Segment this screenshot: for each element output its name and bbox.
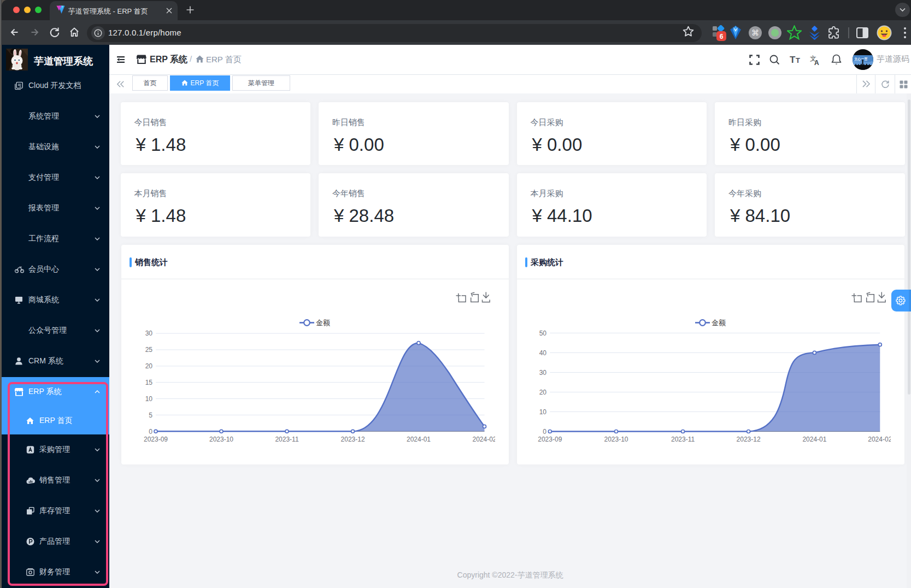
svg-text:2023-10: 2023-10 [209,436,233,443]
svg-text:2023-11: 2023-11 [671,436,695,443]
svg-text:金额: 金额 [712,319,726,327]
svg-text:T: T [796,56,800,64]
svg-text:0: 0 [543,428,546,436]
svg-text:0: 0 [149,428,152,436]
svg-text:30: 30 [539,369,547,377]
svg-text:5: 5 [149,411,152,419]
svg-text:2024-02: 2024-02 [472,436,495,443]
svg-text:2023-10: 2023-10 [604,436,628,443]
svg-text:⌘: ⌘ [751,28,759,37]
svg-text:50: 50 [539,330,547,337]
svg-text:2024-01: 2024-01 [802,436,826,443]
svg-text:20: 20 [145,362,153,370]
svg-text:2023-09: 2023-09 [144,436,168,443]
svg-text:2023-09: 2023-09 [538,436,562,443]
svg-text:2024-02: 2024-02 [868,436,891,443]
svg-text:10: 10 [539,408,547,416]
svg-text:金额: 金额 [316,319,330,327]
svg-text:10: 10 [145,395,153,403]
svg-text:20: 20 [539,389,547,396]
svg-text:40: 40 [539,349,547,357]
svg-text:2023-12: 2023-12 [737,436,761,443]
svg-text:2023-11: 2023-11 [275,436,298,443]
svg-text:A: A [814,59,819,66]
svg-text:文心一言: 文心一言 [854,57,868,61]
svg-text:15: 15 [145,379,153,386]
svg-text:2023-12: 2023-12 [341,436,365,443]
svg-text:T: T [790,55,796,64]
svg-text:2024-01: 2024-01 [407,436,431,443]
svg-text:30: 30 [145,330,153,337]
svg-text:25: 25 [145,346,153,354]
svg-text:6: 6 [720,33,724,40]
